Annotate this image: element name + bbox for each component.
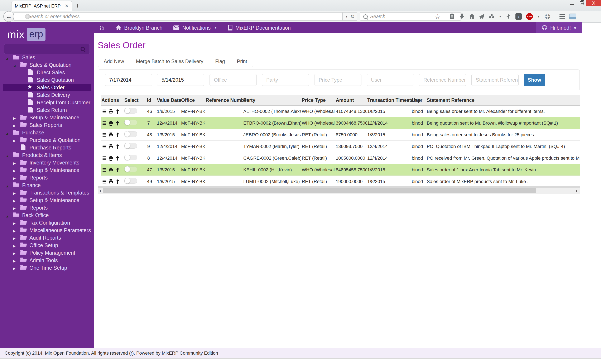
- sidebar-tree-item[interactable]: Sales Reports: [3, 121, 91, 129]
- sidebar-tree-item[interactable]: Receipt from Customer: [3, 99, 91, 106]
- print-icon[interactable]: [108, 109, 113, 114]
- tree-expander-icon[interactable]: [13, 175, 20, 181]
- url-bar[interactable]: Search or enter address: [13, 12, 343, 21]
- details-list-icon[interactable]: [101, 132, 106, 137]
- upload-arrow-icon[interactable]: [115, 167, 120, 172]
- nav-documentation[interactable]: MixERP Documentation: [222, 22, 296, 33]
- print-icon[interactable]: [108, 132, 113, 137]
- adblock-dropdown-icon[interactable]: ▼: [537, 15, 540, 18]
- tab-close-icon[interactable]: ✕: [65, 3, 69, 9]
- pin-icon[interactable]: [506, 14, 511, 20]
- sidebar-tree-item[interactable]: Products & Items: [3, 151, 91, 159]
- restore-button[interactable]: [577, 0, 586, 6]
- minimize-button[interactable]: [567, 0, 577, 6]
- tree-expander-icon[interactable]: [13, 220, 20, 226]
- menu-hamburger-icon[interactable]: [560, 14, 565, 19]
- tree-expander-icon[interactable]: [6, 130, 13, 136]
- toolbar-button[interactable]: Merge Batch to Sales Delivery: [130, 56, 209, 67]
- tree-expander-icon[interactable]: [13, 137, 20, 143]
- sidebar-tree-item[interactable]: Sales & Quotation: [3, 61, 91, 69]
- horizontal-scrollbar[interactable]: ‹ ›: [98, 186, 580, 194]
- party-filter-input[interactable]: [262, 74, 309, 86]
- new-tab-button[interactable]: +: [76, 2, 80, 9]
- sidebar-tree-item[interactable]: Tax Configuration: [3, 219, 91, 226]
- sidebar-tree-item[interactable]: Audit Reports: [3, 234, 91, 242]
- sidebar-tree-item[interactable]: Sales Quotation: [3, 76, 91, 84]
- nav-branch[interactable]: Brooklyn Branch: [110, 22, 168, 33]
- toolbar-button[interactable]: Flag: [209, 56, 231, 67]
- sidebar-tree-item[interactable]: Sales Delivery: [3, 91, 91, 99]
- sidebar-tree-item[interactable]: Policy Management: [3, 249, 91, 256]
- sidebar-tree-item[interactable]: Setup & Maintenance: [3, 114, 91, 121]
- details-list-icon[interactable]: [101, 109, 106, 114]
- extension-dropdown-icon[interactable]: ▼: [499, 15, 502, 18]
- sidebar-search-input[interactable]: [4, 44, 90, 54]
- row-select-toggle[interactable]: [124, 143, 137, 149]
- tree-expander-icon[interactable]: [13, 197, 20, 203]
- row-select-toggle[interactable]: [124, 120, 137, 125]
- close-button[interactable]: X: [586, 0, 601, 6]
- tree-expander-icon[interactable]: [13, 257, 20, 263]
- upload-arrow-icon[interactable]: [115, 132, 120, 137]
- details-list-icon[interactable]: [101, 156, 106, 161]
- tree-expander-icon[interactable]: [13, 250, 20, 256]
- tree-expander-icon[interactable]: [13, 227, 20, 233]
- download-arrow-icon[interactable]: [459, 14, 464, 20]
- toolbar-button[interactable]: Print: [231, 56, 253, 67]
- print-icon[interactable]: [108, 144, 113, 149]
- row-select-toggle[interactable]: [124, 166, 137, 172]
- browser-tab[interactable]: MixERP: ASP.net ERP ✕: [11, 1, 72, 11]
- sidebar-tree-item[interactable]: Reports: [3, 174, 91, 181]
- tree-expander-icon[interactable]: [13, 265, 20, 271]
- statement-reference-filter-input[interactable]: [471, 74, 519, 86]
- tree-expander-icon[interactable]: [13, 167, 20, 173]
- details-list-icon[interactable]: [101, 121, 106, 126]
- sidebar-tree-item[interactable]: Sales: [3, 54, 91, 61]
- nav-apps-grid-button[interactable]: [94, 22, 110, 33]
- details-list-icon[interactable]: [101, 144, 106, 149]
- tree-expander-icon[interactable]: [6, 54, 13, 61]
- sidebar-tree-item[interactable]: Sales Return: [3, 106, 91, 114]
- sidebar-tree-item[interactable]: Direct Sales: [3, 69, 91, 76]
- back-button[interactable]: ←: [3, 11, 14, 22]
- nav-notifications[interactable]: Notifications ▾: [168, 22, 222, 33]
- scrollbar-thumb[interactable]: [103, 188, 536, 193]
- sidebar-tree-item[interactable]: Setup & Maintenance: [3, 166, 91, 174]
- row-select-toggle[interactable]: [124, 178, 137, 184]
- office-filter-input[interactable]: [210, 74, 257, 86]
- sidebar-tree-item[interactable]: Purchase Reports: [3, 144, 91, 151]
- print-icon[interactable]: [108, 121, 113, 126]
- row-select-toggle[interactable]: [124, 131, 137, 137]
- sidebar-tree-item[interactable]: Purchase & Quotation: [3, 136, 91, 144]
- show-button[interactable]: Show: [524, 74, 545, 86]
- sidebar-tree-item[interactable]: Admin Tools: [3, 256, 91, 264]
- tree-expander-icon[interactable]: [13, 242, 20, 248]
- tree-expander-icon[interactable]: [13, 235, 20, 241]
- scroll-left-icon[interactable]: ‹: [98, 188, 103, 193]
- tree-expander-icon[interactable]: [13, 190, 20, 196]
- sidebar-tree-item[interactable]: Finance: [3, 181, 91, 189]
- download-manager-icon[interactable]: ↓: [515, 13, 522, 20]
- sidebar-tree-item[interactable]: Transactions & Templates: [3, 189, 91, 196]
- print-icon[interactable]: [108, 156, 113, 161]
- tree-expander-icon[interactable]: [13, 62, 20, 68]
- reload-icon[interactable]: ↻: [350, 14, 355, 20]
- print-icon[interactable]: [108, 167, 113, 172]
- from-date-input[interactable]: [105, 74, 152, 86]
- tree-expander-icon[interactable]: [13, 122, 20, 128]
- sidebar-tree-item[interactable]: One Time Setup: [3, 264, 91, 272]
- upload-arrow-icon[interactable]: [115, 121, 120, 126]
- upload-arrow-icon[interactable]: [115, 144, 120, 149]
- sidebar-tree-item[interactable]: Setup & Maintenance: [3, 196, 91, 204]
- row-select-toggle[interactable]: [124, 108, 137, 113]
- reference-number-filter-input[interactable]: [419, 74, 466, 86]
- print-icon[interactable]: [108, 179, 113, 184]
- sidebar-tree-item[interactable]: Sales Order: [3, 84, 91, 91]
- sidebar-tree-item[interactable]: Reports: [3, 204, 91, 212]
- upload-arrow-icon[interactable]: [115, 179, 120, 184]
- row-select-toggle[interactable]: [124, 155, 137, 160]
- extension-flower-icon[interactable]: [489, 14, 494, 19]
- bookmark-star-icon[interactable]: ☆: [435, 13, 440, 20]
- to-date-input[interactable]: [157, 74, 204, 86]
- tree-expander-icon[interactable]: [13, 160, 20, 166]
